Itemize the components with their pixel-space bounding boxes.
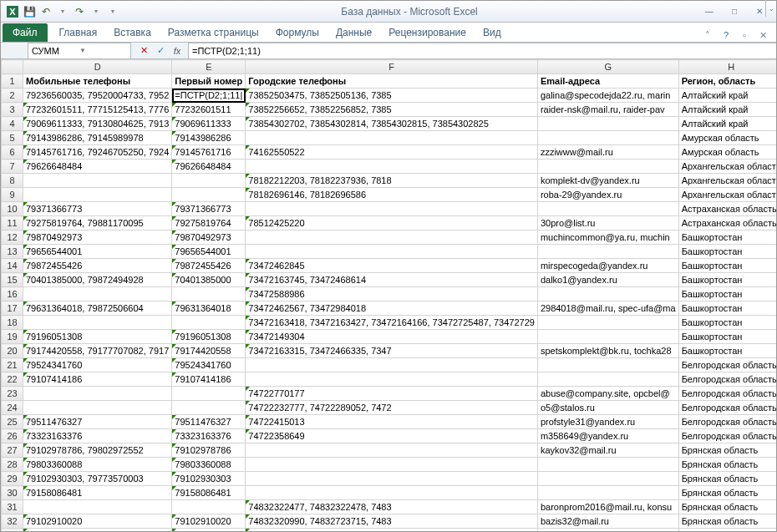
cell[interactable]: galina@specodejda22.ru, marin [537, 89, 678, 103]
column-header[interactable]: H [678, 60, 776, 74]
cell[interactable] [246, 202, 538, 216]
row-header[interactable]: 17 [2, 301, 23, 316]
cell[interactable]: 79631364018, 79872506604 [23, 301, 172, 316]
cell[interactable]: Белгородская область [678, 358, 776, 372]
row-header[interactable]: 27 [2, 443, 23, 458]
row-header[interactable]: 20 [2, 344, 23, 358]
cell[interactable] [537, 131, 678, 145]
cell[interactable]: Белгородская область [678, 415, 776, 429]
ribbon-tab[interactable]: Формулы [267, 23, 328, 42]
cell[interactable] [537, 287, 678, 301]
name-box[interactable]: СУММ ▼ [28, 43, 131, 59]
cell[interactable]: 79275819764, 79881170095 [23, 216, 172, 231]
cell[interactable]: Алтайский край [678, 117, 776, 131]
cell[interactable]: 79102910020 [23, 514, 172, 529]
cell[interactable]: 74832322477, 74832322478, 7483 [246, 500, 538, 514]
cell[interactable]: 73852503475, 73852505136, 7385 [246, 89, 538, 103]
cell[interactable]: Брянская область [678, 514, 776, 529]
cell[interactable] [23, 401, 172, 415]
cell[interactable]: Башкортостан [678, 273, 776, 287]
cell[interactable] [246, 160, 538, 174]
ribbon-tab[interactable]: Разметка страницы [160, 23, 267, 42]
row-header[interactable]: 14 [2, 259, 23, 273]
cell[interactable]: 79524341760 [172, 358, 246, 372]
ribbon-minimize-icon[interactable]: ˄ [701, 28, 714, 42]
cell[interactable]: muchincommon@ya.ru, muchin [537, 231, 678, 245]
cell[interactable] [246, 458, 538, 472]
cell[interactable]: 79626648484 [172, 160, 246, 174]
cell[interactable]: 73323163376 [172, 429, 246, 443]
cell[interactable]: 79102978786, 79802972552 [23, 443, 172, 458]
cell[interactable] [246, 131, 538, 145]
row-header[interactable]: 32 [2, 514, 23, 529]
cell[interactable]: 79524341760 [23, 358, 172, 372]
column-header[interactable]: F [246, 60, 538, 74]
cell[interactable] [246, 245, 538, 259]
cell[interactable]: 79107414186 [23, 372, 172, 387]
cell[interactable] [246, 472, 538, 486]
column-header[interactable]: D [23, 60, 172, 74]
formula-bar[interactable]: =ПСТР(D2;1;11) ⌄ [188, 43, 776, 59]
cell[interactable] [537, 316, 678, 330]
cell[interactable]: Брянская область [678, 486, 776, 500]
cell[interactable]: 79626648484 [23, 160, 172, 174]
cell[interactable]: Брянская область [678, 529, 776, 532]
cell[interactable]: 79158086481 [23, 486, 172, 500]
cell[interactable]: 70401385000, 79872494928 [23, 273, 172, 287]
cell[interactable]: Астраханская область [678, 202, 776, 216]
cell[interactable]: 79803360088 [172, 458, 246, 472]
cell[interactable]: 73323163376 [23, 429, 172, 443]
cell[interactable]: 73472163315, 73472466335, 7347 [246, 344, 538, 358]
window-close-icon[interactable]: ✕ [756, 28, 769, 42]
formula-cancel-button[interactable]: ✕ [136, 43, 151, 58]
cell[interactable] [23, 287, 172, 301]
help-icon[interactable]: ? [719, 28, 733, 42]
cell[interactable]: Архангельская область [678, 174, 776, 188]
cell[interactable] [23, 387, 172, 401]
row-header[interactable]: 25 [2, 415, 23, 429]
row-header[interactable]: 12 [2, 231, 23, 245]
header-cell[interactable]: Регион, область [678, 74, 776, 89]
cell[interactable]: 73472163745, 73472468614 [246, 273, 538, 287]
row-header[interactable]: 16 [2, 287, 23, 301]
row-header[interactable]: 29 [2, 472, 23, 486]
cell[interactable]: komplekt-dv@yandex.ru [537, 174, 678, 188]
cell[interactable]: 78512425220 [246, 216, 538, 231]
cell[interactable]: 79870492973 [23, 231, 172, 245]
cell[interactable] [246, 486, 538, 500]
file-tab[interactable]: Файл [3, 23, 48, 42]
cell[interactable]: Архангельская область [678, 188, 776, 202]
formula-expand-icon[interactable]: ⌄ [765, 0, 777, 17]
cell[interactable] [172, 387, 246, 401]
cell[interactable] [537, 330, 678, 344]
cell[interactable]: 73472462845 [246, 259, 538, 273]
cell[interactable]: 73852256652, 73852256852, 7385 [246, 103, 538, 117]
cell[interactable]: Башкортостан [678, 316, 776, 330]
row-header[interactable]: 3 [2, 103, 23, 117]
cell[interactable] [172, 500, 246, 514]
column-header[interactable]: G [537, 60, 678, 74]
cell[interactable] [23, 316, 172, 330]
row-header[interactable]: 33 [2, 529, 23, 532]
cell[interactable]: Брянская область [678, 458, 776, 472]
cell[interactable]: Белгородская область [678, 372, 776, 387]
header-cell[interactable]: Email-адреса [537, 74, 678, 89]
cell[interactable] [172, 188, 246, 202]
cell[interactable]: 73472163418, 73472163427, 73472164166, 7… [246, 316, 538, 330]
cell[interactable] [246, 358, 538, 372]
cell[interactable]: 77232601511 [172, 103, 246, 117]
column-header[interactable]: E [172, 60, 246, 74]
cell[interactable] [172, 287, 246, 301]
cell[interactable]: 74832320990, 74832723715, 7483 [246, 514, 538, 529]
cell[interactable]: kaykov32@mail.ru [537, 443, 678, 458]
cell[interactable]: 73472149304 [246, 330, 538, 344]
cell[interactable]: 79656544001 [23, 245, 172, 259]
cell[interactable]: roba-29@yandex.ru [537, 188, 678, 202]
cell[interactable]: o5@stalos.ru [537, 401, 678, 415]
row-header[interactable]: 6 [2, 145, 23, 160]
cell[interactable]: 78182696146, 78182696586 [246, 188, 538, 202]
cell[interactable]: Брянская область [678, 443, 776, 458]
cell[interactable]: 73472462567, 73472984018 [246, 301, 538, 316]
cell[interactable]: Алтайский край [678, 103, 776, 117]
cell[interactable]: 79174420558, 79177707082, 7917 [23, 344, 172, 358]
